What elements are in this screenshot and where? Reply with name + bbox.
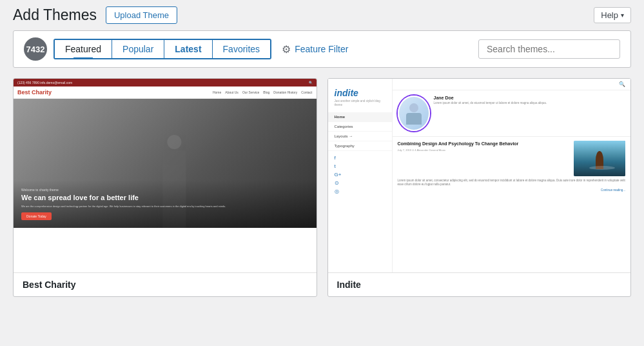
gear-icon: ⚙ [282,43,291,56]
bc-donate-btn: Donate Today [21,212,52,220]
bc-nav-blog: Blog [263,90,269,94]
tab-featured[interactable]: Featured [55,40,112,58]
tabs-wrapper: Featured Popular Latest Favorites [54,39,271,59]
indite-profile-desc: Lorem ipsum dolor sit amet, do eiusmod t… [434,101,626,105]
help-button[interactable]: Help ▾ [594,7,631,23]
bc-hero: Welcome to charity theme We can spread l… [14,99,317,228]
tab-latest[interactable]: Latest [164,40,212,58]
top-bar: Add Themes Upload Theme Help ▾ [0,0,644,24]
bc-search-icon: 🔍 [309,81,313,85]
lake-bg [574,141,625,176]
indite-inner: indite Just another simple and stylish b… [328,79,631,272]
indite-profile-info: Jane Doe Lorem ipsum dolor sit amet, do … [434,96,626,105]
github-icon: ◎ [335,188,385,194]
tab-favorites[interactable]: Favorites [213,40,271,58]
indite-theme-name: Indite [328,272,631,296]
indite-sidebar: indite Just another simple and stylish b… [328,79,393,272]
theme-card-best-charity: (123) 456 7890 info.demo@email.com 🔍 Bes… [13,78,317,297]
bc-topbar: (123) 456 7890 info.demo@email.com 🔍 [14,79,317,86]
indite-post-text: Lorem ipsum dolor sit amet, consectetur … [398,179,626,187]
google-plus-icon: G+ [335,172,385,178]
bc-nav-about: About Us [225,90,239,94]
bc-nav-contact: Contact [301,90,312,94]
theme-count-badge: 7432 [24,37,47,61]
indite-post-image [574,141,625,176]
theme-card-indite: indite Just another simple and stylish b… [327,78,632,297]
feature-filter-label: Feature Filter [295,44,348,54]
bc-logo: Best Charity [17,89,52,96]
feature-filter[interactable]: ⚙ Feature Filter [282,43,348,56]
bc-mockup: (123) 456 7890 info.demo@email.com 🔍 Bes… [14,79,317,272]
indite-profile: Jane Doe Lorem ipsum dolor sit amet, do … [393,90,631,137]
filter-bar: 7432 Featured Popular Latest Favorites ⚙… [13,30,631,68]
tab-popular[interactable]: Popular [112,40,164,58]
indite-logo: indite [328,84,392,99]
indite-social: f t G+ ⊙ ◎ [328,155,392,194]
twitter-icon: t [335,163,385,169]
bc-nav-donation: Donation History [273,90,297,94]
theme-preview-indite: indite Just another simple and stylish b… [328,79,631,272]
help-label: Help [601,10,618,20]
bc-nav-home: Home [213,90,221,94]
indite-avatar [398,96,430,131]
indite-search-icon: 🔍 [619,81,625,87]
indite-nav-layouts: Layouts → [328,132,392,141]
upload-theme-button[interactable]: Upload Theme [106,6,177,24]
indite-continue-reading: Continue reading... [398,188,626,192]
page-title: Add Themes [13,8,97,23]
theme-preview-best-charity: (123) 456 7890 info.demo@email.com 🔍 Bes… [14,79,317,272]
indite-post: Combining Design And Psychology To Chang… [393,137,631,272]
bc-nav-service: Our Service [242,90,259,94]
facebook-icon: f [335,155,385,161]
bc-nav-links: Home About Us Our Service Blog Donation … [213,90,313,94]
boat-reflection [589,166,615,170]
themes-grid: (123) 456 7890 info.demo@email.com 🔍 Bes… [0,68,644,307]
bc-nav: Best Charity Home About Us Our Service B… [14,86,317,99]
instagram-icon: ⊙ [335,180,385,186]
indite-tagline: Just another simple and stylish blog the… [328,99,392,112]
title-area: Add Themes Upload Theme [13,6,177,24]
indite-nav-typography: Typography [328,141,392,151]
indite-nav-categories: Categories [328,122,392,132]
indite-topbar: 🔍 [393,79,631,90]
avatar-silhouette [402,102,425,125]
chevron-down-icon: ▾ [621,12,624,19]
bc-hero-small: Welcome to charity theme [21,188,309,192]
bc-hero-overlay: Welcome to charity theme We can spread l… [14,180,317,228]
bc-contact-info: (123) 456 7890 info.demo@email.com [17,81,72,85]
bc-hero-title: We can spread love for a better life [21,194,309,202]
indite-nav-home: Home [328,112,392,122]
bc-hero-text: We are the comprehensive design and tech… [21,205,309,209]
indite-content: 🔍 [393,79,631,272]
page-wrapper: Add Themes Upload Theme Help ▾ 7432 Feat… [0,0,644,346]
bc-theme-name: Best Charity [14,272,317,296]
search-input[interactable] [478,39,620,59]
indite-profile-name: Jane Doe [434,96,626,100]
bc-hero-bg: Welcome to charity theme We can spread l… [14,99,317,228]
indite-mockup: indite Just another simple and stylish b… [328,79,631,272]
